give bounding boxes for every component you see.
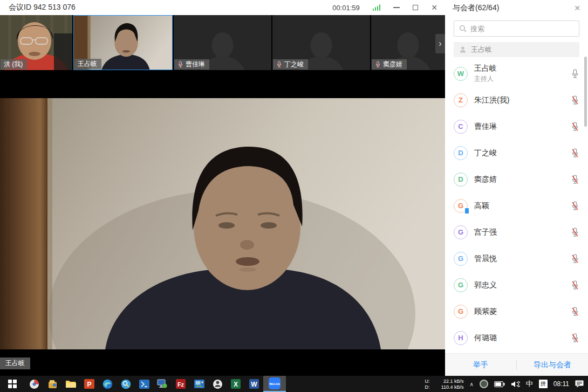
participant-row[interactable]: G高颖 — [445, 192, 588, 219]
taskbar-icon-search-app[interactable] — [117, 376, 135, 392]
participant-row[interactable]: C曹佳琳 — [445, 113, 588, 140]
network-speed-indicator: U:22.1 kB/s D:110.4 kB/s — [425, 379, 464, 390]
video-thumbnail-3[interactable]: 曹佳琳 — [174, 15, 271, 70]
mobile-device-icon — [464, 208, 469, 214]
participants-close-button[interactable]: ✕ — [574, 4, 580, 12]
taskbar-icon-game-app[interactable] — [208, 376, 227, 392]
action-center-icon[interactable] — [575, 380, 584, 388]
participant-row[interactable]: H何璐璐 — [445, 325, 588, 351]
battery-icon[interactable] — [494, 381, 505, 387]
taskbar-icon-powerpoint[interactable]: P — [80, 376, 98, 392]
mic-muted-icon[interactable] — [571, 148, 579, 159]
participant-avatar: W — [454, 67, 468, 81]
meeting-id-label: 会议ID 942 513 076 — [0, 3, 76, 12]
person-icon — [459, 46, 467, 53]
taskbar-icon-welink[interactable]: WeLink — [263, 376, 286, 392]
participant-name: 曹佳琳 — [474, 122, 497, 132]
participant-avatar: G — [454, 225, 468, 239]
close-window-button[interactable]: ✕ — [431, 4, 437, 11]
taskbar-icon-browser-app[interactable] — [25, 376, 43, 392]
speaker-icon[interactable] — [511, 381, 520, 388]
svg-text:P: P — [87, 381, 91, 388]
video-thumbnail-4[interactable]: 丁之峻 — [272, 15, 370, 70]
taskbar-icon-filezilla[interactable]: Fz — [172, 376, 190, 392]
speaker-video-art — [0, 98, 445, 349]
meeting-timer: 00:01:59 — [332, 4, 360, 12]
tray-app-icon[interactable] — [480, 380, 488, 388]
video-thumbnail-strip: 洪 (我) 王占岐 曹佳琳 丁之峻 — [0, 15, 445, 70]
participant-row[interactable]: G顾紫菱 — [445, 298, 588, 325]
participant-role: 主持人 — [474, 74, 497, 84]
main-video-name-label: 王占岐 — [0, 357, 30, 369]
participant-name: 窦彦婧 — [474, 175, 497, 184]
main-video-stage[interactable]: 王占岐 — [0, 70, 445, 376]
system-tray: U:22.1 kB/s D:110.4 kB/s ∧ 中 拼 08:11 — [425, 376, 588, 392]
taskbar-icon-edge[interactable] — [98, 376, 117, 392]
taskbar-icon-file-explorer[interactable] — [61, 376, 80, 392]
participant-avatar: D — [454, 146, 468, 160]
thumbnail-next-arrow-button[interactable]: › — [435, 34, 445, 53]
taskbar-icon-start[interactable] — [0, 376, 25, 392]
mic-muted-icon[interactable] — [571, 201, 579, 211]
participant-name: 郭忠义 — [474, 280, 497, 290]
participant-avatar: G — [454, 305, 468, 319]
participant-avatar: Z — [454, 93, 468, 107]
participant-row[interactable]: G郭忠义 — [445, 272, 588, 298]
mic-on-icon[interactable] — [571, 68, 579, 79]
meeting-main-region: 会议ID 942 513 076 00:01:59 ✕ 洪 (我) — [0, 0, 445, 376]
participant-avatar: H — [454, 331, 468, 345]
taskbar-icon-photos-app[interactable] — [190, 376, 208, 392]
raise-hand-button[interactable]: 举手 — [445, 360, 516, 370]
mic-muted-icon[interactable] — [571, 95, 579, 106]
taskbar-icon-archive-app[interactable] — [43, 376, 61, 392]
meeting-app-window: 会议ID 942 513 076 00:01:59 ✕ 洪 (我) — [0, 0, 588, 392]
windows-taskbar: PFzXWWeLink U:22.1 kB/s D:110.4 kB/s ∧ 中… — [0, 376, 588, 392]
mic-muted-icon[interactable] — [571, 306, 579, 317]
participant-name: 朱江洪(我) — [474, 95, 509, 105]
mic-muted-icon[interactable] — [571, 121, 579, 132]
participant-row[interactable]: D丁之峻 — [445, 140, 588, 166]
mic-muted-icon[interactable] — [571, 280, 579, 291]
meeting-titlebar: 会议ID 942 513 076 00:01:59 ✕ — [0, 0, 445, 15]
participant-name: 宫子强 — [474, 228, 497, 237]
taskbar-clock[interactable]: 08:11 — [553, 380, 569, 388]
taskbar-icon-remote-desktop[interactable] — [153, 376, 172, 392]
maximize-restore-button[interactable] — [413, 5, 418, 10]
participants-footer: 举手 导出与会者 — [445, 353, 588, 376]
video-thumbnail-2[interactable]: 王占岐 — [73, 15, 173, 70]
export-participants-button[interactable]: 导出与会者 — [517, 360, 588, 370]
taskbar-app-icons: PFzXWWeLink — [0, 376, 286, 392]
participant-row[interactable]: D窦彦婧 — [445, 166, 588, 192]
participant-avatar: C — [454, 120, 468, 134]
svg-text:Fz: Fz — [177, 381, 184, 388]
search-input[interactable] — [470, 25, 574, 33]
svg-text:WeLink: WeLink — [269, 382, 280, 386]
taskbar-icon-powershell[interactable] — [135, 376, 153, 392]
mic-muted-icon — [276, 61, 282, 68]
ime-pinyin-icon[interactable]: 拼 — [539, 380, 548, 388]
thumbnail-name-label: 洪 (我) — [1, 59, 27, 70]
mic-muted-icon[interactable] — [571, 253, 579, 264]
svg-text:X: X — [234, 381, 238, 388]
participant-row[interactable]: G管晨悦 — [445, 245, 588, 272]
participant-avatar: G — [454, 278, 468, 292]
minimize-button[interactable] — [393, 7, 400, 8]
taskbar-icon-excel[interactable]: X — [227, 376, 245, 392]
ime-language-indicator[interactable]: 中 — [526, 379, 533, 389]
thumbnail-name-label: 窦彦婧 — [372, 59, 407, 70]
participant-search-box — [454, 20, 579, 37]
mic-muted-icon[interactable] — [571, 227, 579, 238]
participant-row[interactable]: G宫子强 — [445, 219, 588, 245]
show-hidden-icons-chevron[interactable]: ∧ — [470, 381, 474, 387]
participant-row[interactable]: W王占岐主持人 — [445, 60, 588, 87]
participants-header: 与会者(62/64) ✕ — [445, 0, 588, 16]
mic-muted-icon[interactable] — [571, 333, 579, 343]
video-thumbnail-1[interactable]: 洪 (我) — [0, 15, 72, 70]
mic-muted-icon[interactable] — [571, 174, 579, 185]
participant-row[interactable]: Z朱江洪(我) — [445, 87, 588, 113]
participant-avatar: G — [454, 252, 468, 266]
scrollbar-thumb[interactable] — [584, 57, 587, 127]
taskbar-icon-word[interactable]: W — [245, 376, 263, 392]
video-thumbnail-5[interactable]: 窦彦婧 — [371, 15, 445, 70]
participant-name: 管晨悦 — [474, 254, 497, 264]
